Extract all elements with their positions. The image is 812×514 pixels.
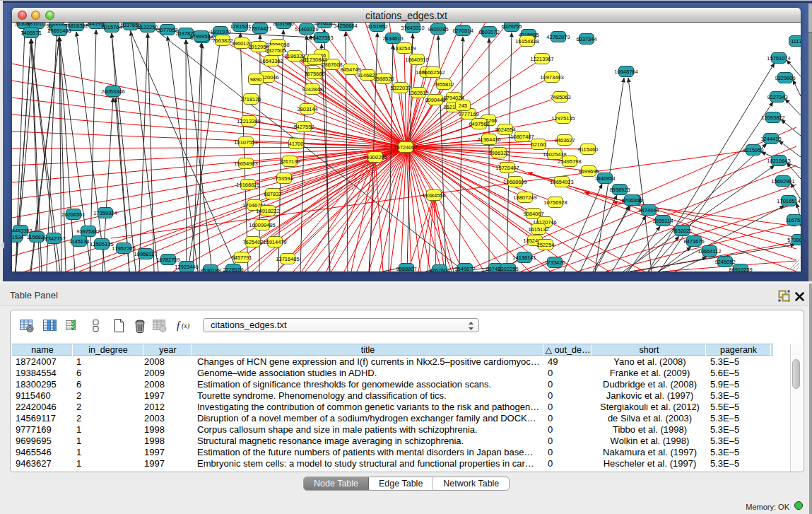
svg-text:9474444: 9474444 [638,207,659,214]
svg-text:1615132: 1615132 [528,226,548,233]
svg-text:9463627: 9463627 [554,137,575,144]
svg-text:2803144: 2803144 [297,106,317,112]
svg-text:15720407: 15720407 [495,165,519,171]
svg-text:7632021: 7632021 [671,228,692,234]
svg-text:8215958: 8215958 [743,147,763,153]
svg-text:160099485: 160099485 [249,222,276,228]
svg-text:2634613: 2634613 [382,35,403,42]
svg-text:1781527: 1781527 [230,23,250,30]
svg-text:6037344: 6037344 [576,36,596,42]
svg-text:14136141: 14136141 [512,255,536,261]
svg-text:10210643: 10210643 [767,158,790,164]
svg-text:21364436: 21364436 [477,136,500,143]
svg-text:17359924: 17359924 [93,210,117,216]
svg-text:1588520: 1588520 [373,76,394,82]
svg-text:12923446: 12923446 [175,264,198,270]
svg-text:3549877: 3549877 [454,266,475,272]
svg-text:8938923: 8938923 [609,187,630,193]
svg-text:20206551: 20206551 [61,211,85,218]
svg-text:9890: 9890 [250,76,262,83]
svg-text:16154838: 16154838 [515,38,539,45]
svg-text:6029255: 6029255 [501,23,522,30]
svg-text:1810111: 1810111 [27,23,47,27]
svg-text:19654923: 19654923 [550,179,573,185]
svg-text:14918222: 14918222 [256,208,279,214]
svg-text:12213389: 12213389 [237,118,260,124]
svg-text:13325419: 13325419 [392,45,416,52]
svg-text:76662562: 76662562 [421,69,445,76]
svg-text:71230843: 71230843 [303,57,326,63]
svg-text:753594: 753594 [275,175,293,182]
svg-text:10654112: 10654112 [698,248,722,255]
svg-text:7986322: 7986322 [488,150,509,156]
svg-text:8015764: 8015764 [101,24,122,30]
svg-text:25495798: 25495798 [558,158,581,165]
svg-text:19654983: 19654983 [234,160,257,167]
svg-text:12213967: 12213967 [530,56,553,62]
svg-text:7955812: 7955812 [433,81,454,88]
svg-text:9245052: 9245052 [714,259,735,265]
svg-text:18724007: 18724007 [394,144,417,151]
svg-text:13716485: 13716485 [276,256,299,262]
svg-text:17016514: 17016514 [777,198,800,204]
svg-text:57000147: 57000147 [787,237,801,243]
svg-text:10025438: 10025438 [543,151,566,158]
svg-text:12505135: 12505135 [90,241,113,247]
svg-text:10648784: 10648784 [614,69,637,75]
svg-text:116753: 116753 [786,217,801,223]
svg-text:6497568: 6497568 [469,121,489,127]
svg-text:3077052: 3077052 [157,27,177,33]
svg-text:12975135: 12975135 [551,115,575,122]
svg-text:(x): (x) [182,322,190,330]
svg-text:18640910: 18640910 [405,57,428,63]
svg-text:2935114: 2935114 [653,218,673,224]
svg-text:7485063: 7485063 [550,94,570,100]
svg-text:7663822: 7663822 [212,37,233,44]
svg-text:37643310: 37643310 [401,25,424,31]
svg-text:8122250: 8122250 [137,24,158,30]
svg-text:26053346: 26053346 [101,88,124,95]
svg-text:12093822: 12093822 [761,115,784,121]
svg-text:9329906: 9329906 [775,75,795,81]
svg-text:19166825: 19166825 [236,182,259,188]
svg-text:17957265: 17957265 [112,245,135,252]
svg-text:34256684: 34256684 [334,23,357,29]
svg-text:245: 245 [459,103,468,109]
svg-text:19300295: 19300295 [363,154,387,160]
svg-text:3327505: 3327505 [265,47,286,54]
svg-text:1362615: 1362615 [408,90,428,96]
svg-text:17999533: 17999533 [189,33,213,40]
svg-text:2718126: 2718126 [240,96,261,103]
svg-text:15751074: 15751074 [767,55,790,62]
svg-text:9699695: 9699695 [578,168,599,175]
svg-text:f: f [177,320,181,331]
svg-text:8427552: 8427552 [293,124,314,130]
svg-text:3767604: 3767604 [429,267,449,272]
svg-text:15692901: 15692901 [771,178,794,185]
svg-text:3267130: 3267130 [279,158,300,165]
svg-text:27874421: 27874421 [248,25,271,32]
svg-text:8530188: 8530188 [200,267,220,272]
svg-text:18807249: 18807249 [513,194,536,201]
svg-text:9920785: 9920785 [428,26,448,33]
svg-text:41700: 41700 [289,141,304,147]
svg-text:1117: 1117 [791,38,801,45]
svg-text:1733426: 1733426 [544,259,565,266]
svg-text:9227343: 9227343 [767,94,787,100]
svg-text:8990448: 8990448 [425,97,445,103]
svg-text:18427393: 18427393 [310,35,333,41]
svg-text:6706306: 6706306 [621,197,642,204]
svg-text:4151952: 4151952 [367,23,387,30]
svg-text:16914479: 16914479 [263,239,286,245]
svg-text:1640954: 1640954 [594,175,615,182]
svg-text:9588807: 9588807 [396,266,416,272]
svg-text:252254: 252254 [536,242,554,248]
svg-text:93975887: 93975887 [76,228,100,235]
svg-text:3675685: 3675685 [304,71,324,77]
svg-text:6270514: 6270514 [452,28,473,34]
svg-text:1831970: 1831970 [210,29,230,35]
svg-text:8471676: 8471676 [683,238,704,245]
svg-text:10973493: 10973493 [540,74,563,81]
svg-text:3624554: 3624554 [495,127,515,133]
svg-text:8603172: 8603172 [478,29,499,35]
